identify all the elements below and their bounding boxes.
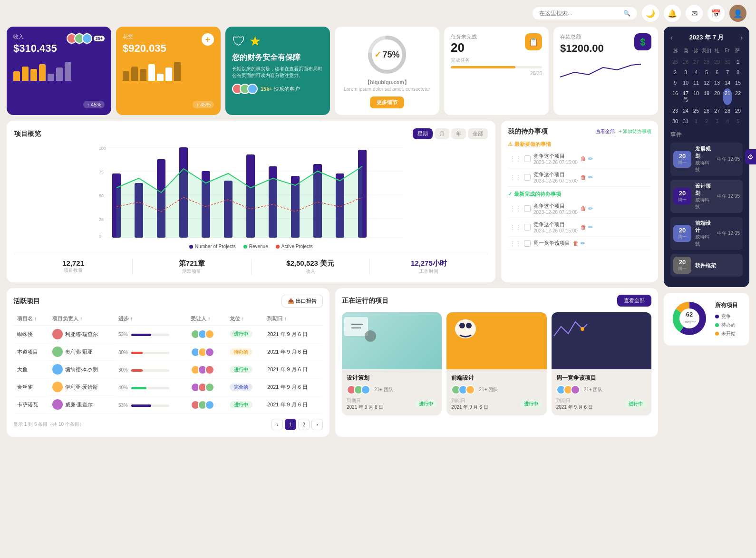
cal-cell[interactable]: 8 (733, 67, 743, 77)
delete-todo-2[interactable]: 🗑 (581, 174, 586, 181)
cal-cell[interactable]: 1 (691, 116, 701, 126)
drag-handle-2[interactable]: ⋮⋮ (510, 174, 521, 181)
overview-title: 项目概览 (14, 130, 41, 138)
calendar-day-labels: 苏莫涂我们社Fr萨 (670, 47, 743, 55)
drag-handle-4[interactable]: ⋮⋮ (510, 224, 521, 231)
cal-cell[interactable]: 1 (733, 57, 743, 67)
moon-icon[interactable]: 🌙 (642, 5, 659, 22)
cal-cell[interactable]: 4 (691, 67, 701, 77)
cal-cell[interactable]: 2 (670, 67, 680, 77)
edit-todo-1[interactable]: ✏ (588, 155, 593, 162)
cal-prev-button[interactable]: ‹ (670, 34, 673, 41)
cal-cell[interactable]: 7 (723, 67, 732, 77)
cal-cell[interactable]: 14 (723, 78, 732, 87)
cal-cell[interactable]: 25 (670, 57, 680, 67)
cal-cell[interactable]: 17号 (681, 88, 690, 105)
bell-icon[interactable]: 🔔 (664, 5, 681, 22)
period-week-button[interactable]: 星期 (413, 128, 433, 139)
cal-cell[interactable]: 4 (723, 116, 732, 126)
view-all-todo-link[interactable]: 查看全部 (596, 128, 615, 135)
edit-todo-5[interactable]: ✏ (581, 240, 585, 247)
calendar-icon[interactable]: 📅 (708, 5, 725, 22)
cal-cell[interactable]: 6 (712, 67, 722, 77)
expense-percent: ↑ 45% (193, 101, 214, 108)
cal-cell[interactable]: 19 (702, 88, 711, 105)
active-projects-title: 活跃项目 (13, 297, 40, 306)
cal-cell[interactable]: 27 (691, 57, 701, 67)
cal-cell[interactable]: 28 (723, 106, 732, 115)
add-todo-link[interactable]: + 添加待办事项 (619, 128, 651, 135)
cal-cell[interactable]: 29 (733, 106, 743, 115)
more-detail-button[interactable]: 更多细节 (370, 96, 404, 108)
search-bar[interactable]: 🔍 (533, 7, 637, 19)
delete-todo-3[interactable]: 🗑 (581, 205, 586, 212)
cal-cell[interactable]: 27 (712, 106, 722, 115)
todo-date-4: 2023-12-26 07:15:00 (533, 228, 578, 233)
cal-cell[interactable]: 5 (702, 67, 711, 77)
user-avatar[interactable]: 👤 (729, 5, 746, 22)
cal-cell[interactable]: 20 (712, 88, 722, 105)
edit-todo-2[interactable]: ✏ (588, 174, 593, 181)
drag-handle-5[interactable]: ⋮⋮ (510, 240, 521, 247)
cal-cell[interactable]: 31 (681, 116, 690, 126)
page-2-button[interactable]: 2 (298, 419, 310, 430)
search-input[interactable] (539, 10, 620, 17)
todo-check-1[interactable] (524, 155, 531, 162)
period-year-button[interactable]: 年 (451, 128, 466, 139)
cal-cell[interactable]: 22 (733, 88, 743, 105)
cal-cell[interactable]: 18 (691, 88, 701, 105)
todo-check-4[interactable] (524, 224, 531, 231)
todo-check-2[interactable] (524, 174, 531, 181)
cal-cell[interactable]: 3 (681, 67, 690, 77)
mail-icon[interactable]: ✉ (686, 5, 703, 22)
cal-cell[interactable]: 30 (723, 57, 732, 67)
cal-cell[interactable]: 9 (670, 78, 680, 87)
cal-cell[interactable]: 26 (681, 57, 690, 67)
todo-check-5[interactable] (524, 240, 531, 247)
cal-cell[interactable]: 28 (702, 57, 711, 67)
todo-text-5: 周一竞争该项目 (533, 240, 570, 247)
delete-todo-4[interactable]: 🗑 (581, 224, 586, 231)
edit-todo-3[interactable]: ✏ (588, 205, 593, 212)
cal-cell[interactable]: 30 (670, 116, 680, 126)
cal-cell[interactable]: 3 (712, 116, 722, 126)
period-month-button[interactable]: 月 (435, 128, 449, 139)
drag-handle-1[interactable]: ⋮⋮ (510, 155, 521, 162)
cal-cell[interactable]: 23 (670, 106, 680, 115)
period-all-button[interactable]: 全部 (468, 128, 488, 139)
view-all-running-button[interactable]: 查看全部 (617, 295, 651, 307)
prev-page-button[interactable]: ‹ (271, 419, 283, 430)
add-expense-button[interactable]: + (202, 33, 214, 46)
todo-actions-2: 🗑 ✏ (581, 174, 593, 181)
settings-icon[interactable]: ⚙ (745, 149, 756, 164)
customers-label: 快乐的客户 (274, 86, 300, 92)
cal-cell[interactable]: 2 (702, 116, 711, 126)
cal-cell[interactable]: 26 (702, 106, 711, 115)
delete-todo-5[interactable]: 🗑 (573, 240, 579, 247)
cal-next-button[interactable]: › (740, 34, 743, 41)
cal-cell[interactable]: 11 (691, 78, 701, 87)
todo-check-3[interactable] (524, 205, 531, 212)
drag-handle-3[interactable]: ⋮⋮ (510, 205, 521, 212)
proj-status-badge: 进行中 (520, 400, 542, 408)
cal-cell[interactable]: 12 (702, 78, 711, 87)
active-projects-card: 活跃项目 📤 出口报告 项目名 ↑ 项目负责人 ↑ 进步 ↑ 受让人 ↑ 龙位 … (7, 288, 330, 437)
delete-todo-1[interactable]: 🗑 (581, 155, 586, 162)
edit-todo-4[interactable]: ✏ (588, 224, 593, 231)
col-position: 龙位 ↑ (226, 312, 263, 326)
cal-cell[interactable]: 13 (712, 78, 722, 87)
cal-cell[interactable]: 25 (691, 106, 701, 115)
ebar-3 (140, 69, 146, 81)
cal-cell[interactable]: 10 (681, 78, 690, 87)
cal-cell[interactable]: 29 (712, 57, 722, 67)
cal-cell[interactable]: 15 (733, 78, 743, 87)
cal-cell[interactable]: 16 (670, 88, 680, 105)
cell-status: 进行中 (226, 396, 263, 414)
col-progress: 进步 ↑ (115, 312, 187, 326)
page-1-button[interactable]: 1 (285, 419, 296, 430)
cal-cell[interactable]: 24 (681, 106, 690, 115)
cal-cell[interactable]: 21 (723, 88, 732, 105)
cal-cell[interactable]: 5 (733, 116, 743, 126)
next-page-button[interactable]: › (311, 419, 323, 430)
export-button[interactable]: 📤 出口报告 (281, 295, 323, 308)
